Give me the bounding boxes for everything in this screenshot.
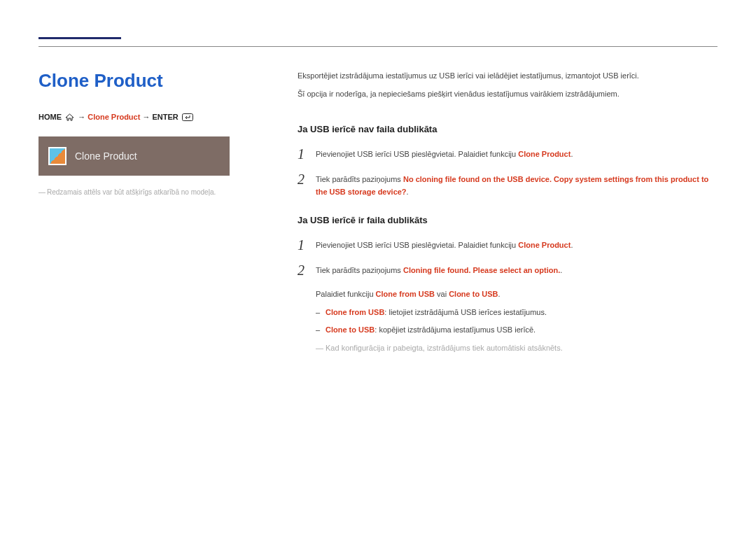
text: . xyxy=(407,188,409,196)
left-column: Clone Product HOME → Clone Product → ENT… xyxy=(38,70,298,360)
text: . xyxy=(560,266,562,274)
highlight: Cloning file found. Please select an opt… xyxy=(403,266,560,274)
breadcrumb-arrow-2: → xyxy=(142,113,150,121)
intro-line-2: Šī opcija ir noderīga, ja nepieciešams p… xyxy=(298,88,718,101)
text: : kopējiet izstrādājuma iestatījumus USB… xyxy=(374,325,536,334)
section-2-heading: Ja USB ierīcē ir faila dublikāts xyxy=(298,213,718,228)
clone-product-icon xyxy=(48,147,66,165)
text: Pievienojiet USB ierīci USB pieslēgvieta… xyxy=(316,241,518,249)
final-note: Kad konfigurācija ir pabeigta, izstrādāj… xyxy=(298,342,718,355)
step-body: Pievienojiet USB ierīci USB pieslēgvieta… xyxy=(316,238,718,252)
model-note: Redzamais attēls var būt atšķirīgs atkar… xyxy=(38,188,276,196)
text: . xyxy=(570,241,573,249)
step-number: 2 xyxy=(298,263,316,277)
sec1-step-2: 2 Tiek parādīts paziņojums No cloning fi… xyxy=(298,172,718,198)
text: vai xyxy=(435,290,449,298)
highlight: Clone to USB xyxy=(449,290,498,298)
breadcrumb-current: Clone Product xyxy=(88,113,140,121)
dash-item-1: Clone from USB: lietojiet izstrādājumā U… xyxy=(298,307,718,319)
right-column: Eksportējiet izstrādājuma iestatījumus u… xyxy=(298,70,718,360)
breadcrumb: HOME → Clone Product → ENTER xyxy=(38,113,276,122)
enter-icon xyxy=(182,113,193,122)
breadcrumb-arrow-1: → xyxy=(78,113,85,121)
page-body: Clone Product HOME → Clone Product → ENT… xyxy=(0,0,756,360)
sec2-step-2: 2 Tiek parādīts paziņojums Cloning file … xyxy=(298,263,718,277)
text: . xyxy=(570,150,573,158)
intro-line-1: Eksportējiet izstrādājuma iestatījumus u… xyxy=(298,70,718,83)
highlight: Clone from USB xyxy=(326,308,384,316)
menu-preview-card: Clone Product xyxy=(38,136,230,176)
highlight: Clone Product xyxy=(518,150,570,158)
sec2-step-1: 1 Pievienojiet USB ierīci USB pieslēgvie… xyxy=(298,238,718,252)
text: : lietojiet izstrādājumā USB ierīces ies… xyxy=(384,308,547,316)
step-body: Tiek parādīts paziņojums Cloning file fo… xyxy=(316,263,718,277)
text: Tiek parādīts paziņojums xyxy=(316,175,403,183)
page-title: Clone Product xyxy=(38,70,276,92)
sec1-step-1: 1 Pievienojiet USB ierīci USB pieslēgvie… xyxy=(298,147,718,161)
home-icon xyxy=(65,113,74,122)
step-number: 1 xyxy=(298,147,316,161)
step-body: Tiek parādīts paziņojums No cloning file… xyxy=(316,172,718,198)
text: . xyxy=(498,290,500,298)
section-1-heading: Ja USB ierīcē nav faila dublikāta xyxy=(298,122,718,137)
run-instruction: Palaidiet funkciju Clone from USB vai Cl… xyxy=(298,288,718,301)
header-rule xyxy=(38,46,718,47)
breadcrumb-home: HOME xyxy=(38,113,62,121)
header-accent-bar xyxy=(38,37,121,39)
breadcrumb-enter: ENTER xyxy=(152,113,178,121)
step-body: Pievienojiet USB ierīci USB pieslēgvieta… xyxy=(316,147,718,161)
step-number: 2 xyxy=(298,172,316,186)
highlight: Clone to USB xyxy=(326,325,374,334)
text: Tiek parādīts paziņojums xyxy=(316,266,403,274)
dash-item-2: Clone to USB: kopējiet izstrādājuma iest… xyxy=(298,324,718,337)
menu-card-label: Clone Product xyxy=(75,150,137,162)
text: Pievienojiet USB ierīci USB pieslēgvieta… xyxy=(316,150,518,158)
step-number: 1 xyxy=(298,238,316,252)
highlight: Clone Product xyxy=(518,241,570,249)
highlight: Clone from USB xyxy=(376,290,435,298)
text: Palaidiet funkciju xyxy=(316,290,376,298)
